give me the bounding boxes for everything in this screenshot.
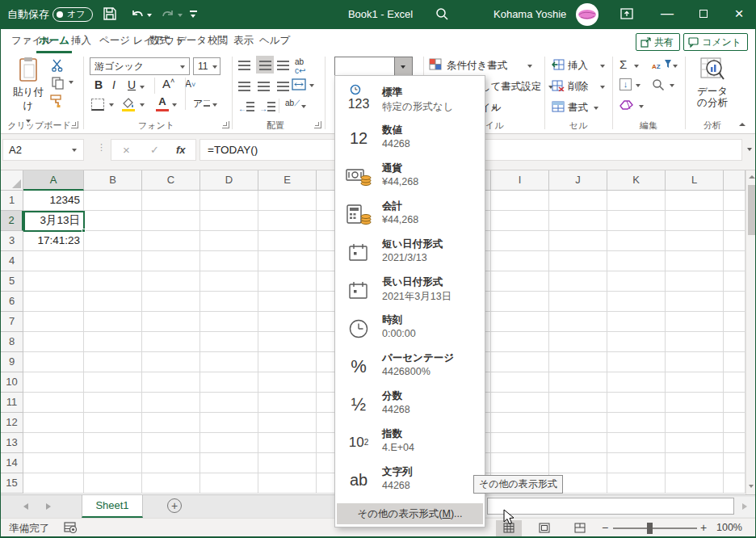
column-header-B[interactable]: B: [84, 170, 142, 191]
cell-B3[interactable]: [84, 231, 142, 251]
row-header-1[interactable]: 1: [1, 191, 23, 211]
cell-I2[interactable]: [491, 211, 549, 231]
cell-K13[interactable]: [607, 433, 666, 453]
qat-customize-chevron[interactable]: [191, 15, 195, 18]
format-dropdown-icon[interactable]: [594, 107, 598, 110]
user-avatar[interactable]: [576, 3, 598, 26]
tab-insert[interactable]: 挿入: [69, 29, 94, 53]
tab-review[interactable]: 校閲: [205, 29, 230, 53]
cell-K4[interactable]: [607, 251, 666, 271]
cell-E4[interactable]: [258, 251, 317, 271]
zoom-out-icon[interactable]: −: [602, 521, 608, 534]
orientation-dropdown-icon[interactable]: [301, 105, 306, 108]
decrease-font-icon[interactable]: A˅: [185, 78, 195, 96]
row-header-3[interactable]: 3: [1, 231, 23, 251]
cell-J11[interactable]: [549, 393, 607, 413]
qat-customize-icon[interactable]: [190, 11, 197, 12]
row-header-2[interactable]: 2: [1, 211, 23, 231]
cell-J10[interactable]: [549, 372, 607, 393]
cell-B7[interactable]: [84, 312, 142, 332]
find-dropdown-icon[interactable]: [670, 84, 674, 87]
insert-cells-button[interactable]: 挿入: [568, 59, 588, 73]
font-color-icon[interactable]: A: [156, 95, 169, 111]
cell-J13[interactable]: [549, 433, 607, 453]
cell-K1[interactable]: [607, 191, 666, 211]
cell-B5[interactable]: [84, 271, 142, 292]
cell-I10[interactable]: [491, 372, 549, 393]
cell-E15[interactable]: [258, 473, 317, 494]
cell-L9[interactable]: [666, 352, 724, 372]
number-format-dropdown-button[interactable]: [394, 57, 412, 75]
cell-C15[interactable]: [142, 473, 200, 494]
column-header-C[interactable]: C: [142, 170, 200, 191]
cancel-icon[interactable]: ×: [123, 140, 130, 160]
merge-center-icon[interactable]: [292, 78, 306, 94]
cell-D4[interactable]: [200, 251, 258, 271]
column-header-K[interactable]: K: [607, 170, 666, 191]
cell-E1[interactable]: [258, 191, 317, 211]
cell-A4[interactable]: [23, 251, 84, 271]
cell-A6[interactable]: [23, 292, 84, 312]
cell-A1[interactable]: 12345: [23, 191, 84, 211]
cell-I13[interactable]: [491, 433, 549, 453]
underline-button[interactable]: U: [128, 78, 136, 96]
column-header-L[interactable]: L: [666, 170, 724, 191]
cell-L11[interactable]: [666, 393, 724, 413]
cell-E3[interactable]: [258, 231, 317, 251]
paste-button[interactable]: 貼り付け: [9, 57, 48, 118]
cell-D1[interactable]: [200, 191, 258, 211]
cell-I9[interactable]: [491, 352, 549, 372]
cell-K5[interactable]: [607, 271, 666, 292]
cell-E6[interactable]: [258, 292, 317, 312]
align-left-icon[interactable]: [238, 80, 250, 95]
bottom-align-icon[interactable]: [277, 59, 289, 74]
cell-L5[interactable]: [666, 271, 724, 292]
phonetic-dropdown-icon[interactable]: [212, 103, 217, 107]
cell-L8[interactable]: [666, 332, 724, 352]
search-icon[interactable]: [435, 6, 451, 23]
font-dialog-launcher[interactable]: [222, 121, 229, 128]
cell-C3[interactable]: [142, 231, 200, 251]
cell-K7[interactable]: [607, 312, 666, 332]
enter-icon[interactable]: ✓: [150, 140, 159, 160]
cell-styles-dropdown-icon[interactable]: [492, 107, 497, 110]
row-header-7[interactable]: 7: [1, 312, 23, 332]
cell-J2[interactable]: [549, 211, 607, 231]
cell-C2[interactable]: [142, 211, 200, 231]
clear-dropdown-icon[interactable]: [639, 105, 644, 108]
cell-D12[interactable]: [200, 413, 258, 433]
user-name[interactable]: Kohama Yoshie: [494, 0, 566, 29]
cell-L15[interactable]: [666, 473, 724, 494]
save-icon[interactable]: [103, 6, 119, 23]
align-center-icon[interactable]: [258, 80, 270, 95]
menu-item-general[interactable]: 123 標準特定の形式なし: [335, 82, 485, 120]
expand-formula-bar-icon[interactable]: [747, 148, 752, 151]
cell-J6[interactable]: [549, 292, 607, 312]
menu-item-accounting[interactable]: 会計¥44,268: [335, 195, 485, 233]
insert-dropdown-icon[interactable]: [600, 65, 605, 68]
copy-dropdown-icon[interactable]: [69, 81, 74, 84]
conditional-formatting-dropdown-icon[interactable]: [527, 65, 532, 68]
vertical-scroll-thumb[interactable]: [748, 185, 756, 235]
horizontal-scrollbar[interactable]: [484, 497, 756, 517]
row-header-15[interactable]: 15: [1, 473, 23, 494]
cell-B9[interactable]: [84, 352, 142, 372]
row-header-5[interactable]: 5: [1, 271, 23, 292]
orientation-icon[interactable]: ab⟋: [285, 99, 300, 108]
cell-B12[interactable]: [84, 413, 142, 433]
cell-D10[interactable]: [200, 372, 258, 393]
cell-B13[interactable]: [84, 433, 142, 453]
sort-filter-icon[interactable]: AZ: [652, 57, 672, 72]
cell-A7[interactable]: [23, 312, 84, 332]
cell-I8[interactable]: [491, 332, 549, 352]
cell-I7[interactable]: [491, 312, 549, 332]
cell-I3[interactable]: [491, 231, 549, 251]
cell-B14[interactable]: [84, 453, 142, 473]
copy-icon[interactable]: [51, 76, 65, 93]
cell-E10[interactable]: [258, 372, 317, 393]
scroll-down-icon[interactable]: [749, 485, 754, 488]
row-header-12[interactable]: 12: [1, 413, 23, 433]
cell-K12[interactable]: [607, 413, 666, 433]
alignment-dialog-launcher[interactable]: [314, 121, 321, 128]
autosum-dropdown-icon[interactable]: [634, 65, 639, 68]
